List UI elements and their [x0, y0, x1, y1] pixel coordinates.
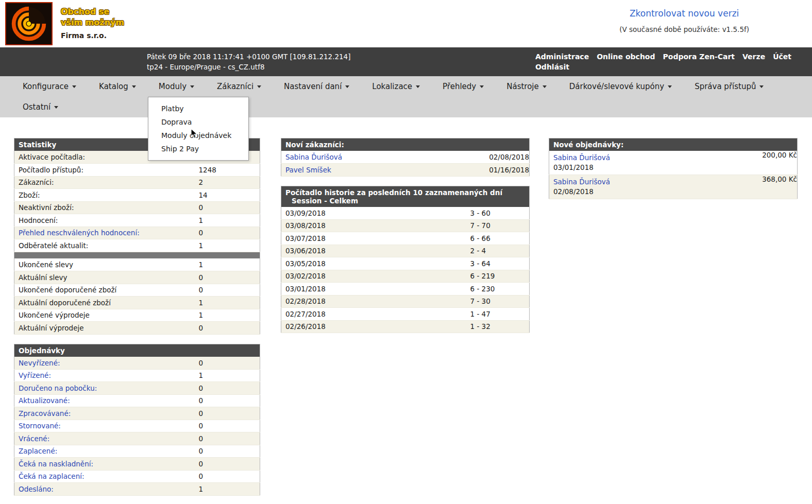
order-customer-link[interactable]: Sabina Ďurišová: [553, 153, 610, 162]
menu-item-katalog[interactable]: Katalog: [88, 76, 147, 97]
order-stat-row: Čeká na naskladnění:0: [14, 458, 260, 471]
order-status-link-ceka-na-naskladneni[interactable]: Čeká na naskladnění:: [19, 460, 93, 468]
stat-row: Aktuální slevy0: [14, 271, 260, 284]
order-amount: 368,00 Kč: [700, 175, 798, 199]
menu-item-lokalizace[interactable]: Lokalizace: [361, 76, 431, 97]
current-version-note: (V současné době používáte: v1.5.5f): [619, 25, 749, 33]
menu-item-nastroje[interactable]: Nástroje: [495, 76, 558, 97]
order-customer-link[interactable]: Sabina Ďurišová: [553, 178, 610, 186]
order-status-link-vyrizene[interactable]: Vyřízené:: [19, 371, 51, 379]
order-stat-row: Vyřízené:1: [14, 369, 260, 382]
order-stat-row: Zpracovávané:0: [14, 407, 260, 420]
menu-item-konfigurace[interactable]: Konfigurace: [11, 76, 88, 97]
chevron-down-icon: [54, 106, 58, 109]
chevron-down-icon: [72, 85, 76, 88]
counter-history-title: Počítadlo historie za posledních 10 zazn…: [281, 186, 530, 207]
menu-item-zakaznici[interactable]: Zákazníci: [206, 76, 273, 97]
new-orders-panel: Nové objednávky: Sabina Ďurišová 03/01/2…: [549, 138, 798, 199]
history-row: 02/27/20181 - 47: [281, 308, 530, 321]
new-order-row: Sabina Ďurišová 03/01/2018 200,00 Kč: [549, 151, 798, 175]
counter-history-title-line2: Session - Celkem: [285, 197, 525, 205]
counter-history-title-line1: Počítadlo historie za posledních 10 zazn…: [285, 188, 525, 197]
mouse-cursor-icon: [191, 128, 198, 139]
topbar-link-online-obchod[interactable]: Online obchod: [597, 51, 655, 62]
topbar-link-podpora-zen-cart[interactable]: Podpora Zen-Cart: [663, 51, 735, 62]
statistics-panel: Statistiky Aktivace počítadla: Počítadlo…: [14, 138, 260, 335]
orders-stats-title: Objednávky: [14, 344, 260, 357]
order-status-link-odeslano[interactable]: Odesláno:: [19, 485, 54, 493]
history-row: 02/26/20181 - 32: [281, 320, 530, 333]
order-status-link-stornovane[interactable]: Stornované:: [19, 422, 61, 430]
left-column: Statistiky Aktivace počítadla: Počítadlo…: [14, 138, 260, 504]
counter-history-panel: Počítadlo historie za posledních 10 zazn…: [281, 186, 530, 334]
menu-item-prehledy[interactable]: Přehledy: [431, 76, 495, 97]
order-status-link-zaplacene[interactable]: Zaplacené:: [19, 447, 57, 455]
menu-item-moduly[interactable]: Moduly: [147, 76, 206, 97]
logo-image: [5, 2, 53, 45]
history-row: 03/09/20183 - 60: [281, 207, 530, 220]
dropdown-item-moduly-objednavek[interactable]: Moduly objednávek: [148, 129, 248, 142]
history-row: 03/02/20186 - 219: [281, 270, 530, 283]
order-stat-row: Zaplacené:0: [14, 445, 260, 458]
dropdown-item-platby[interactable]: Platby: [148, 102, 248, 115]
topbar-link-administrace[interactable]: Administrace: [535, 51, 589, 62]
stat-row: Aktuální výprodeje0: [14, 322, 260, 335]
unapproved-reviews-link[interactable]: Přehled neschválených hodnocení:: [19, 229, 140, 237]
store-logo[interactable]: Obchod se vším možným Firma s.r.o.: [5, 2, 124, 45]
store-name-block: Obchod se vším možným Firma s.r.o.: [61, 2, 124, 45]
customer-link[interactable]: Pavel Smíšek: [285, 166, 331, 174]
order-date: 03/01/2018: [553, 163, 700, 172]
new-order-row: Sabina Ďurišová 02/08/2018 368,00 Kč: [549, 175, 798, 199]
order-status-link-doruceno-na-pobocku[interactable]: Doručeno na pobočku:: [19, 384, 97, 392]
history-row: 03/07/20186 - 66: [281, 232, 530, 245]
order-date: 02/08/2018: [553, 187, 700, 196]
menu-item-darkove-slevove-kupony[interactable]: Dárkové/slevové kupóny: [558, 76, 683, 97]
order-stat-row: Nevyřízené:0: [14, 357, 260, 370]
order-stat-row: Čeká na zaplacení:0: [14, 470, 260, 483]
customer-date: 02/08/2018: [425, 151, 529, 164]
main-menubar: Konfigurace Katalog Moduly Zákazníci Nas…: [0, 76, 812, 117]
page-header: Obchod se vším možným Firma s.r.o. Zkont…: [0, 0, 812, 47]
stat-row: Zákazníci:2: [14, 176, 260, 189]
logout-link[interactable]: Odhlásit: [535, 62, 791, 72]
middle-column: Noví zákazníci: Sabina Ďurišová 02/08/20…: [281, 138, 530, 342]
stat-row: Zboží:14: [14, 189, 260, 202]
admin-topbar: Pátek 09 bře 2018 11:17:41 +0100 GMT [10…: [0, 47, 812, 76]
company-name: Firma s.r.o.: [61, 31, 124, 40]
order-status-link-zpracovavane[interactable]: Zpracovávané:: [19, 409, 71, 418]
store-name-line1: Obchod se: [61, 6, 124, 17]
topbar-link-verze[interactable]: Verze: [742, 51, 765, 62]
stat-row: Hodnocení:1: [14, 214, 260, 227]
order-stat-row: Odesláno:1: [14, 483, 260, 496]
topbar-link-ucet[interactable]: Účet: [773, 51, 791, 62]
right-column: Nové objednávky: Sabina Ďurišová 03/01/2…: [549, 138, 798, 208]
chevron-down-icon: [759, 85, 764, 88]
order-status-link-vracene[interactable]: Vrácené:: [19, 435, 49, 443]
menu-row-2: Ostatní: [11, 97, 812, 117]
order-status-link-nevyrizene[interactable]: Nevyřízené:: [19, 359, 60, 367]
order-status-link-aktualizovane[interactable]: Aktualizované:: [19, 396, 70, 405]
menu-item-ostatni[interactable]: Ostatní: [11, 97, 70, 117]
swirl-logo-icon: [9, 6, 48, 42]
statistics-separator: [14, 252, 260, 258]
customer-link[interactable]: Sabina Ďurišová: [285, 153, 342, 161]
dropdown-item-doprava[interactable]: Doprava: [148, 115, 248, 129]
chevron-down-icon: [543, 85, 547, 88]
menu-item-sprava-pristupu[interactable]: Správa přístupů: [683, 76, 775, 97]
new-orders-title: Nové objednávky:: [549, 138, 798, 151]
chevron-down-icon: [190, 85, 194, 88]
dashboard-content: Statistiky Aktivace počítadla: Počítadlo…: [0, 117, 812, 504]
server-info: Pátek 09 bře 2018 11:17:41 +0100 GMT [10…: [147, 51, 350, 72]
check-new-version-link[interactable]: Zkontrolovat novou verzi: [619, 8, 749, 19]
menu-item-nastaveni-dani[interactable]: Nastavení daní: [273, 76, 361, 97]
dropdown-item-ship-2-pay[interactable]: Ship 2 Pay: [148, 142, 248, 155]
topbar-nav: Administrace Online obchod Podpora Zen-C…: [535, 51, 791, 72]
stat-row: Počítadlo přístupů:1248: [14, 164, 260, 177]
customer-row: Sabina Ďurišová 02/08/2018: [281, 151, 530, 164]
stat-row: Ukončené slevy1: [14, 258, 260, 271]
order-stat-row: Aktualizované:0: [14, 394, 260, 407]
stat-row: Ukončené výprodeje1: [14, 309, 260, 322]
order-status-link-ceka-na-zaplaceni[interactable]: Čeká na zaplacení:: [19, 472, 84, 480]
version-block: Zkontrolovat novou verzi (V současné dob…: [619, 8, 749, 33]
moduly-dropdown-menu: Platby Doprava Moduly objednávek Ship 2 …: [148, 97, 249, 161]
